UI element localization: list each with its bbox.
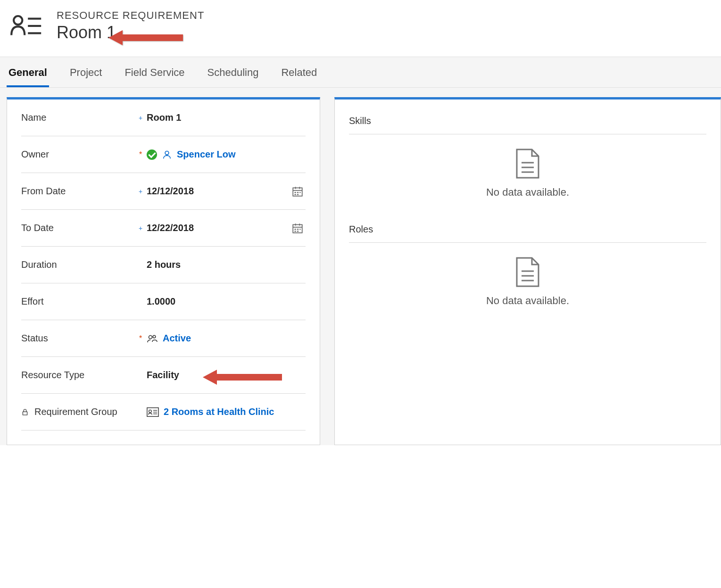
svg-rect-19 — [295, 229, 296, 230]
field-value: Room 1 — [147, 112, 181, 123]
content-area: Name + Room 1 Owner * Spencer Low From D… — [0, 88, 721, 445]
status-icon — [147, 333, 158, 344]
tabs-bar: General Project Field Service Scheduling… — [0, 57, 721, 88]
field-label: Effort — [21, 296, 134, 307]
side-panel: Skills No data available. Roles No data … — [334, 97, 721, 445]
entity-label: RESOURCE REQUIREMENT — [57, 9, 204, 22]
field-value: 12/22/2018 — [147, 223, 194, 233]
svg-rect-12 — [299, 192, 300, 193]
tab-general[interactable]: General — [7, 64, 49, 87]
svg-point-25 — [153, 335, 156, 338]
entity-icon — [9, 9, 42, 42]
field-value: 2 hours — [147, 259, 181, 270]
document-icon — [515, 149, 540, 179]
svg-rect-23 — [297, 231, 298, 232]
presence-check-icon — [147, 149, 157, 160]
annotation-arrow-icon — [203, 368, 283, 387]
svg-point-28 — [149, 410, 152, 413]
field-owner[interactable]: Owner * Spencer Low — [21, 136, 306, 173]
required-marker-icon: * — [134, 334, 147, 343]
field-label: Name — [21, 112, 134, 123]
field-value: 1.0000 — [147, 296, 175, 307]
svg-point-24 — [149, 335, 152, 339]
field-status[interactable]: Status * Active — [21, 320, 306, 357]
calendar-icon[interactable] — [291, 222, 304, 234]
skills-empty-state: No data available. — [349, 134, 706, 217]
field-label: Duration — [21, 259, 134, 270]
calendar-icon[interactable] — [291, 185, 304, 198]
field-value: Facility — [147, 370, 179, 381]
tab-scheduling[interactable]: Scheduling — [206, 64, 261, 87]
field-name[interactable]: Name + Room 1 — [21, 99, 306, 136]
empty-text: No data available. — [486, 186, 569, 199]
field-effort[interactable]: Effort 1.0000 — [21, 283, 306, 320]
svg-rect-14 — [297, 194, 298, 195]
tab-field-service[interactable]: Field Service — [123, 64, 186, 87]
field-duration[interactable]: Duration 2 hours — [21, 247, 306, 283]
field-label: Requirement Group — [21, 406, 134, 417]
tab-project[interactable]: Project — [68, 64, 104, 87]
svg-rect-26 — [23, 412, 27, 415]
recommended-marker-icon: + — [134, 114, 147, 122]
empty-text: No data available. — [486, 295, 569, 307]
svg-point-0 — [14, 16, 22, 25]
tab-related[interactable]: Related — [279, 64, 319, 87]
form-panel: Name + Room 1 Owner * Spencer Low From D… — [7, 97, 320, 445]
recommended-marker-icon: + — [134, 188, 147, 195]
annotation-arrow-icon — [108, 28, 184, 47]
svg-point-5 — [165, 151, 169, 155]
person-icon — [162, 149, 172, 160]
svg-rect-13 — [295, 194, 296, 195]
field-label: Status — [21, 333, 134, 344]
field-label: From Date — [21, 186, 134, 197]
svg-marker-4 — [108, 30, 183, 45]
svg-rect-21 — [299, 229, 300, 230]
required-marker-icon: * — [134, 150, 147, 159]
status-link[interactable]: Active — [163, 333, 191, 344]
roles-heading: Roles — [349, 217, 706, 243]
lock-icon — [21, 408, 29, 416]
svg-rect-10 — [295, 192, 296, 193]
owner-link[interactable]: Spencer Low — [177, 149, 235, 160]
field-label: Owner — [21, 149, 134, 160]
field-label: Resource Type — [21, 370, 134, 381]
svg-rect-20 — [297, 229, 298, 230]
svg-rect-11 — [297, 192, 298, 193]
requirement-group-link[interactable]: 2 Rooms at Health Clinic — [164, 406, 274, 417]
field-value: 12/12/2018 — [147, 186, 194, 197]
field-from-date[interactable]: From Date + 12/12/2018 — [21, 173, 306, 210]
svg-rect-22 — [295, 231, 296, 232]
roles-empty-state: No data available. — [349, 243, 706, 326]
recommended-marker-icon: + — [134, 224, 147, 232]
field-label-text: Requirement Group — [34, 406, 117, 417]
field-label: To Date — [21, 223, 134, 233]
svg-marker-38 — [203, 370, 282, 385]
field-to-date[interactable]: To Date + 12/22/2018 — [21, 210, 306, 247]
document-icon — [515, 257, 540, 287]
skills-heading: Skills — [349, 109, 706, 134]
card-icon — [147, 407, 159, 417]
field-requirement-group[interactable]: Requirement Group 2 Rooms at Health Clin… — [21, 394, 306, 431]
